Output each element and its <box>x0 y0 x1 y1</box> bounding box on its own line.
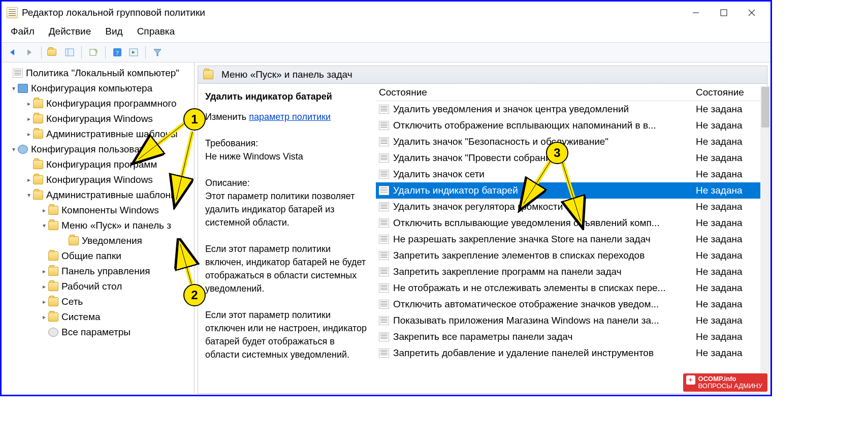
tree-uc-desk[interactable]: Рабочий стол <box>61 279 122 294</box>
policy-row[interactable]: Удалить уведомления и значок центра увед… <box>376 101 767 117</box>
maximize-button[interactable] <box>710 5 737 20</box>
properties-button[interactable] <box>126 45 141 59</box>
menu-file[interactable]: Файл <box>11 26 35 37</box>
policy-state: Не задана <box>696 169 767 180</box>
titlebar: Редактор локальной групповой политики <box>2 2 770 24</box>
policy-row[interactable]: Отключить автоматическое отображение зна… <box>376 296 767 312</box>
edit-policy-link[interactable]: параметр политики <box>249 112 331 122</box>
window-title: Редактор локальной групповой политики <box>22 7 682 18</box>
tree-uc-cp[interactable]: Панель управления <box>61 264 150 279</box>
policy-state: Не задана <box>696 152 767 164</box>
policy-row[interactable]: Не отображать и не отслеживать элементы … <box>376 280 767 296</box>
policy-icon <box>379 316 389 325</box>
policy-name: Закрепить все параметры панели задач <box>393 331 696 342</box>
policy-name: Запретить закрепление элементов в списка… <box>393 250 696 261</box>
tree-uc-adm[interactable]: Административные шаблоны <box>46 187 178 203</box>
tree-uc-win[interactable]: Конфигурация Windows <box>46 172 153 187</box>
policy-state: Не задана <box>696 315 767 326</box>
policy-icon <box>379 202 389 211</box>
tree-cc-win[interactable]: Конфигурация Windows <box>46 111 153 126</box>
policy-name: Удалить индикатор батарей <box>393 185 696 196</box>
tree-cc-prog[interactable]: Конфигурация программного <box>46 96 177 111</box>
policy-state: Не задана <box>696 347 767 359</box>
desc-p3: Если этот параметр политики отключен или… <box>205 308 369 361</box>
filter-button[interactable] <box>150 45 165 59</box>
policy-state: Не задана <box>696 234 767 245</box>
tree-uc-all[interactable]: Все параметры <box>61 325 131 340</box>
menu-help[interactable]: Справка <box>137 26 175 37</box>
desc-p2: Если этот параметр политики включен, инд… <box>205 242 369 295</box>
policy-list: Состояние Состояние Удалить уведомления … <box>376 84 767 393</box>
policy-state: Не задана <box>696 250 767 261</box>
policy-row[interactable]: Отключить всплывающие уведомления объявл… <box>376 215 767 231</box>
close-button[interactable] <box>737 5 765 20</box>
menu-action[interactable]: Действие <box>49 26 91 37</box>
policy-icon <box>379 348 389 358</box>
req-label: Требования: <box>205 137 369 150</box>
tree-uc-sys[interactable]: Система <box>61 309 101 325</box>
col-state-header[interactable]: Состояние <box>376 87 696 98</box>
policy-description-panel: Удалить индикатор батарей Изменить парам… <box>198 84 376 393</box>
policy-row[interactable]: Запретить закрепление элементов в списка… <box>376 247 767 264</box>
policy-row[interactable]: Удалить значок "Провести собрание"Не зад… <box>376 150 767 166</box>
policy-icon <box>379 283 389 293</box>
tree-uc-shared[interactable]: Общие папки <box>61 248 121 264</box>
help-button[interactable]: ? <box>110 45 125 59</box>
tree-user-config[interactable]: Конфигурация пользователя <box>31 142 159 157</box>
policy-tree[interactable]: Политика "Локальный компьютер" ▾Конфигур… <box>2 66 194 340</box>
policy-row[interactable]: Удалить значок регулятора громкостиНе за… <box>376 199 767 215</box>
policy-icon <box>379 332 389 341</box>
policy-name: Не разрешать закрепление значка Store на… <box>393 234 696 245</box>
tree-uc-notif[interactable]: Уведомления <box>82 233 142 248</box>
policy-icon <box>379 153 389 163</box>
policy-row[interactable]: Удалить индикатор батарейНе задана <box>376 182 767 199</box>
policy-row[interactable]: Не разрешать закрепление значка Store на… <box>376 231 767 247</box>
policy-icon <box>379 170 389 179</box>
policy-icon <box>379 251 389 260</box>
back-button[interactable] <box>6 45 21 59</box>
policy-row[interactable]: Запретить закрепление программ на панели… <box>376 264 767 280</box>
up-button[interactable] <box>46 45 61 59</box>
tree-uc-prog[interactable]: Конфигурация программ <box>46 157 157 172</box>
policy-row[interactable]: Отключить отображение всплывающих напоми… <box>376 117 767 134</box>
policy-name: Запретить добавление и удаление панелей … <box>393 347 696 359</box>
details-pane: Меню «Пуск» и панель задач Удалить индик… <box>195 62 770 394</box>
forward-button[interactable] <box>22 45 37 59</box>
policy-row[interactable]: Закрепить все параметры панели задачНе з… <box>376 329 767 345</box>
desc-label: Описание: <box>205 176 369 189</box>
policy-row[interactable]: Показывать приложения Магазина Windows н… <box>376 312 767 329</box>
policy-name: Показывать приложения Магазина Windows н… <box>393 315 696 326</box>
tree-root[interactable]: Политика "Локальный компьютер" <box>26 66 179 81</box>
policy-icon <box>379 218 389 228</box>
minimize-button[interactable] <box>682 5 710 20</box>
policy-row[interactable]: Удалить значок "Безопасность и обслужива… <box>376 134 767 150</box>
scrollbar-thumb[interactable] <box>761 87 769 128</box>
export-button[interactable] <box>86 45 101 59</box>
app-icon <box>7 7 18 18</box>
tree-computer-config[interactable]: Конфигурация компьютера <box>31 81 152 96</box>
policy-state: Не задана <box>696 217 767 229</box>
req-value: Не ниже Windows Vista <box>205 150 369 163</box>
show-hide-tree-button[interactable] <box>62 45 77 59</box>
tree-uc-comp[interactable]: Компоненты Windows <box>61 203 159 218</box>
policy-state: Не задана <box>696 201 767 212</box>
menu-view[interactable]: Вид <box>105 26 122 37</box>
details-header-title: Меню «Пуск» и панель задач <box>221 69 352 80</box>
policy-name: Отключить автоматическое отображение зна… <box>393 299 696 310</box>
svg-marker-4 <box>10 49 14 55</box>
tree-uc-net[interactable]: Сеть <box>61 294 83 309</box>
tree-uc-start[interactable]: Меню «Пуск» и панель з <box>61 218 171 233</box>
policy-state: Не задана <box>696 104 767 115</box>
toolbar: ? <box>2 42 770 62</box>
policy-row[interactable]: Удалить значок сетиНе задана <box>376 166 767 182</box>
folder-icon <box>203 70 213 79</box>
toolbar-sep <box>105 46 106 58</box>
svg-marker-5 <box>27 49 31 55</box>
policy-row[interactable]: Запретить добавление и удаление панелей … <box>376 345 767 361</box>
policy-name: Удалить значок "Безопасность и обслужива… <box>393 136 696 147</box>
policy-state: Не задана <box>696 282 767 294</box>
scrollbar[interactable] <box>760 86 770 394</box>
col-state2-header[interactable]: Состояние <box>696 87 767 98</box>
tree-cc-adm[interactable]: Административные шаблоны <box>46 126 178 142</box>
annotation-badge-3: 3 <box>546 142 568 164</box>
